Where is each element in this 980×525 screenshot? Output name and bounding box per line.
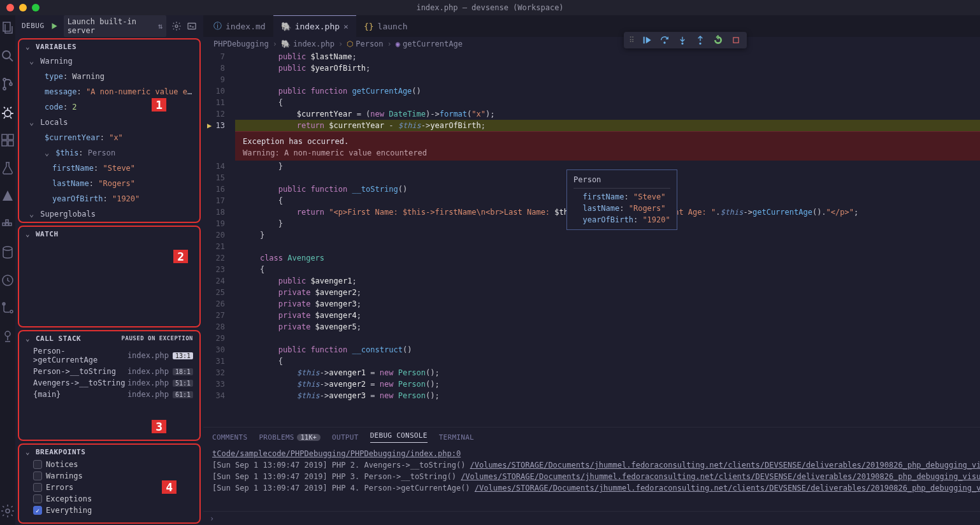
code-line[interactable]: { (235, 356, 980, 367)
svg-rect-0 (3, 22, 10, 31)
code-line[interactable]: public function __construct() (235, 344, 980, 356)
close-icon[interactable]: × (343, 22, 349, 31)
docker-icon[interactable] (0, 217, 15, 232)
step-out-button[interactable] (695, 34, 706, 46)
breadcrumb-item[interactable]: ◉getCurrentAge (396, 40, 463, 48)
panel-tab[interactable]: OUTPUT (332, 433, 359, 442)
var-item[interactable]: message: "A non-numeric value encounte… (19, 84, 199, 99)
code-line[interactable]: { (235, 97, 980, 108)
panel-tab[interactable]: COMMENTS (212, 433, 247, 442)
code-line[interactable]: public function getCurrentAge() (235, 85, 980, 97)
breakpoints-header[interactable]: ⌄BREAKPOINTS (19, 445, 199, 459)
git-icon[interactable] (0, 301, 15, 316)
code-line[interactable]: private $avenger5; (235, 321, 980, 333)
var-group[interactable]: ⌄ Locals (19, 115, 199, 130)
svg-point-4 (10, 83, 12, 85)
search-icon[interactable] (0, 48, 15, 64)
var-item[interactable]: yearOfBirth: "1920" (19, 191, 199, 206)
editor-tab[interactable]: {}launch (356, 15, 415, 37)
debug-sidebar: DEBUG Launch built-in server ⇅ 1 ⌄VARIAB… (15, 15, 203, 525)
code-line[interactable]: private $avenger2; (235, 287, 980, 298)
panel-tab[interactable]: DEBUG CONSOLE (370, 431, 428, 443)
variables-header[interactable]: ⌄VARIABLES (19, 40, 199, 54)
svg-rect-12 (9, 223, 11, 226)
code-line[interactable]: public $lastName; (235, 51, 980, 62)
console-line: [Sun Sep 1 13:09:47 2019] PHP 4. Person-… (212, 482, 980, 494)
editor-tab[interactable]: 🐘index.php× (273, 15, 356, 37)
debug-config-selector[interactable]: Launch built-in server ⇅ (64, 15, 166, 37)
reload-icon[interactable] (0, 273, 15, 288)
callstack-frame[interactable]: Person->getCurrentAgeindex.php13:1 (19, 345, 199, 366)
gear-icon[interactable] (171, 21, 182, 31)
code-line[interactable]: public $avenger1; (235, 275, 980, 287)
code-line[interactable]: public $yearOfBirth; (235, 62, 980, 74)
stop-button[interactable] (730, 34, 742, 46)
debug-toolbar: ⠿ (624, 32, 747, 48)
debug-label: DEBUG (22, 22, 45, 30)
code-line[interactable] (235, 333, 980, 344)
window-close[interactable] (6, 4, 14, 11)
step-into-button[interactable] (677, 34, 688, 46)
console-prompt[interactable]: › (203, 511, 980, 525)
continue-button[interactable] (641, 34, 652, 46)
breadcrumb-item[interactable]: PHPDebugging (213, 40, 269, 48)
code-line[interactable] (235, 74, 980, 85)
console-icon[interactable] (187, 21, 197, 31)
code-line[interactable]: private $avenger4; (235, 310, 980, 321)
breadcrumbs[interactable]: PHPDebugging›🐘index.php›⬡Person›◉getCurr… (203, 37, 980, 51)
step-over-button[interactable] (659, 34, 670, 46)
grip-icon[interactable]: ⠿ (629, 36, 635, 45)
code-line[interactable]: $this->avenger1 = new Person(); (235, 367, 980, 378)
code-line[interactable]: $this->avenger2 = new Person(); (235, 378, 980, 390)
code-line[interactable]: $currentYear = (new DateTime)->format("x… (235, 108, 980, 120)
watch-header[interactable]: ⌄WATCH (19, 227, 199, 241)
var-item[interactable]: type: Warning (19, 69, 199, 84)
callstack-header[interactable]: ⌄CALL STACKPAUSED ON EXCEPTION (19, 331, 199, 345)
azure-icon[interactable] (0, 189, 15, 204)
hover-tooltip: Person firstName: "Steve" lastName: "Rog… (566, 169, 677, 230)
start-debug-icon[interactable] (50, 22, 59, 31)
var-group[interactable]: ⌄ Warning (19, 54, 199, 69)
code-line[interactable]: class Avengers (235, 252, 980, 264)
svg-rect-11 (6, 223, 8, 226)
breakpoint-item[interactable]: Notices (19, 459, 199, 470)
debug-icon[interactable] (0, 104, 15, 120)
breadcrumb-item[interactable]: 🐘index.php (281, 40, 335, 48)
code-line[interactable]: private $avenger3; (235, 298, 980, 310)
extensions-icon[interactable] (0, 133, 15, 148)
code-line[interactable]: } (235, 229, 980, 241)
code-line[interactable]: { (235, 264, 980, 275)
console-line: [Sun Sep 1 13:09:47 2019] PHP 2. Avenger… (212, 459, 980, 471)
breakpoint-item[interactable]: Exceptions (19, 493, 199, 505)
window-minimize[interactable] (19, 4, 27, 11)
activity-bar (0, 15, 15, 525)
var-item[interactable]: firstName: "Steve" (19, 161, 199, 176)
settings-icon[interactable] (0, 503, 15, 519)
callstack-frame[interactable]: {main}index.php61:1 (19, 389, 199, 400)
var-item[interactable]: ⌄ $this: Person (19, 145, 199, 161)
window-maximize[interactable] (32, 4, 40, 11)
callstack-frame[interactable]: Person->__toStringindex.php18:1 (19, 366, 199, 377)
explorer-icon[interactable] (0, 20, 15, 36)
svg-point-14 (3, 247, 12, 250)
editor-tab[interactable]: ⓘindex.md (206, 15, 273, 37)
breakpoint-item[interactable]: ✓Everything (19, 505, 199, 516)
php-icon: 🐘 (281, 22, 291, 31)
var-item[interactable]: $currentYear: "x" (19, 130, 199, 145)
tree-icon[interactable] (0, 329, 15, 344)
code-line[interactable]: $this->avenger3 = new Person(); (235, 390, 980, 401)
annotation-2: 2 (173, 250, 188, 263)
code-line[interactable] (235, 241, 980, 252)
database-icon[interactable] (0, 245, 15, 260)
restart-button[interactable] (712, 34, 724, 46)
code-line[interactable]: ▶ return $currentYear - $this->yearOfBir… (235, 120, 980, 131)
panel-tab[interactable]: TERMINAL (439, 433, 474, 442)
var-item[interactable]: lastName: "Rogers" (19, 176, 199, 191)
var-group[interactable]: ⌄ Superglobals (19, 206, 199, 222)
breadcrumb-item[interactable]: ⬡Person (347, 40, 383, 48)
source-control-icon[interactable] (0, 76, 15, 92)
panel-tab[interactable]: PROBLEMS11K+ (259, 433, 321, 442)
callstack-frame[interactable]: Avengers->__toStringindex.php51:1 (19, 377, 199, 389)
var-item[interactable]: code: 2 (19, 99, 199, 115)
test-icon[interactable] (0, 161, 15, 176)
